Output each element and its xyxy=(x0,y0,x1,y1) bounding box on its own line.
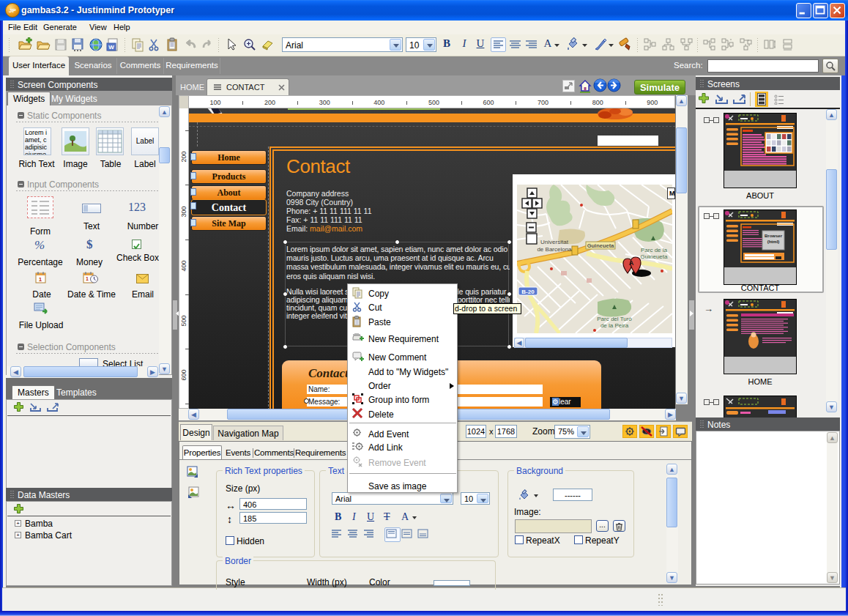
svg-text:Browser: Browser xyxy=(765,234,783,238)
svg-text:A: A xyxy=(629,259,634,267)
svg-text:de la Peira: de la Peira xyxy=(600,322,629,329)
svg-text:de Barcelona: de Barcelona xyxy=(537,246,572,253)
svg-text:Parc del Turó: Parc del Turó xyxy=(597,316,632,322)
svg-text:Parc de la: Parc de la xyxy=(641,247,668,253)
svg-text:1: 1 xyxy=(86,276,89,281)
svg-text:B-20: B-20 xyxy=(521,289,535,295)
svg-text:Guineueta: Guineueta xyxy=(641,253,668,260)
svg-text:1: 1 xyxy=(39,276,42,283)
svg-text:(html): (html) xyxy=(767,240,780,244)
svg-text:Universitat: Universitat xyxy=(540,239,569,245)
svg-text:W: W xyxy=(108,44,114,51)
svg-text:Guineueta: Guineueta xyxy=(587,242,615,249)
